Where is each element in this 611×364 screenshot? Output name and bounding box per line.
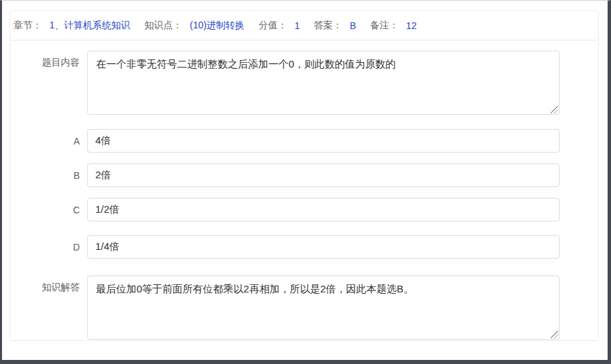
option-input-wrap-c <box>87 198 560 222</box>
option-row-a: A <box>11 129 598 153</box>
option-label-d: D <box>11 242 87 253</box>
answer-value: B <box>350 20 356 31</box>
chapter-label: 章节： <box>14 20 42 32</box>
question-form: 题目内容 在一个非零无符号二进制整数之后添加一个0，则此数的值为原数的 A B <box>10 41 598 340</box>
option-input-d[interactable] <box>87 235 560 259</box>
explanation-label: 知识解答 <box>11 276 87 340</box>
chapter-value: 1、计算机系统知识 <box>49 20 130 32</box>
explanation-textarea-wrap: 最后位加0等于前面所有位都乘以2再相加，所以是2倍，因此本题选B。 <box>87 276 560 340</box>
option-input-wrap-b <box>87 163 560 187</box>
option-input-wrap-d <box>87 235 560 259</box>
option-row-c: C <box>11 198 598 222</box>
knowledge-point-label: 知识点： <box>145 20 182 32</box>
question-textarea-wrap: 在一个非零无符号二进制整数之后添加一个0，则此数的值为原数的 <box>87 51 560 115</box>
option-input-a[interactable] <box>87 129 560 153</box>
score-field: 分值： 1 <box>259 20 300 32</box>
option-input-b[interactable] <box>87 163 560 187</box>
resize-handle-icon[interactable] <box>551 331 558 338</box>
option-input-wrap-a <box>87 129 560 153</box>
option-label-a: A <box>11 136 87 147</box>
note-value: 12 <box>406 20 417 31</box>
question-content-label: 题目内容 <box>11 51 87 115</box>
knowledge-point-field: 知识点： (10)进制转换 <box>145 20 245 32</box>
note-label: 备注： <box>370 20 399 32</box>
option-row-b: B <box>11 163 598 187</box>
answer-label: 答案： <box>314 20 343 32</box>
question-detail-card: 章节： 1、计算机系统知识 知识点： (10)进制转换 分值： 1 答案： B … <box>9 10 599 341</box>
option-label-b: B <box>11 170 87 181</box>
question-meta-header: 章节： 1、计算机系统知识 知识点： (10)进制转换 分值： 1 答案： B … <box>10 11 598 41</box>
score-value: 1 <box>295 20 300 31</box>
explanation-textarea[interactable]: 最后位加0等于前面所有位都乘以2再相加，所以是2倍，因此本题选B。 <box>87 276 560 340</box>
question-content-row: 题目内容 在一个非零无符号二进制整数之后添加一个0，则此数的值为原数的 <box>11 51 598 115</box>
note-field: 备注： 12 <box>370 20 417 32</box>
score-label: 分值： <box>259 20 287 32</box>
window-frame: 章节： 1、计算机系统知识 知识点： (10)进制转换 分值： 1 答案： B … <box>0 0 611 364</box>
resize-handle-icon[interactable] <box>551 106 558 113</box>
question-content-textarea[interactable]: 在一个非零无符号二进制整数之后添加一个0，则此数的值为原数的 <box>87 51 560 115</box>
option-row-d: D <box>11 235 598 259</box>
knowledge-point-value: (10)进制转换 <box>190 20 245 32</box>
option-label-c: C <box>11 205 87 215</box>
chapter-field: 章节： 1、计算机系统知识 <box>14 20 130 32</box>
option-input-c[interactable] <box>87 198 560 222</box>
explanation-row: 知识解答 最后位加0等于前面所有位都乘以2再相加，所以是2倍，因此本题选B。 <box>11 276 598 340</box>
answer-field: 答案： B <box>314 20 356 32</box>
